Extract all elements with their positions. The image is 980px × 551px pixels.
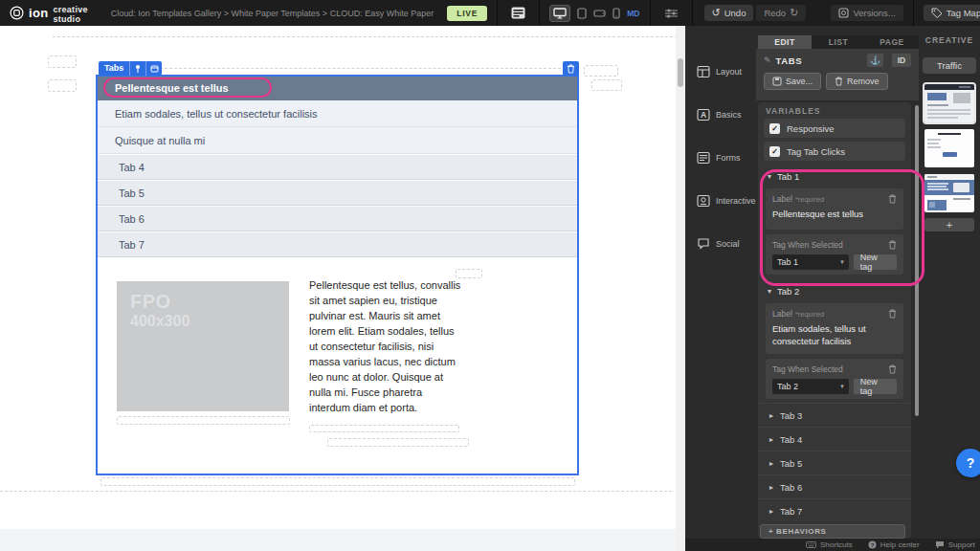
tab-selected[interactable]: Pellentesque est tellus — [98, 77, 577, 100]
ion-logo-icon — [10, 6, 24, 20]
new-tag-button[interactable]: New tag — [854, 379, 897, 394]
settings-sliders-button[interactable] — [660, 8, 682, 19]
tab1-tag-select[interactable]: Tab 1 ▾ — [772, 254, 849, 270]
rename-pencil-icon[interactable]: ✎ — [764, 55, 771, 65]
sidebar-category-basics[interactable]: A Basics — [697, 108, 742, 121]
svg-text:A: A — [701, 110, 706, 120]
tab-row[interactable]: Tab 7 — [98, 231, 577, 257]
delete-field-button[interactable] — [888, 364, 897, 374]
tab-row[interactable]: Quisque at nulla mi — [98, 127, 577, 154]
tab4-section-header[interactable]: ▸ Tab 4 — [758, 427, 911, 451]
caret-down-icon: ▾ — [840, 258, 844, 266]
delete-field-button[interactable] — [888, 194, 897, 204]
canvas-scrollbar-thumb[interactable] — [678, 58, 683, 87]
caret-down-icon: ▾ — [768, 172, 771, 181]
id-button[interactable]: ID — [892, 54, 911, 67]
device-desktop-button[interactable] — [549, 5, 570, 22]
panel-tab-edit[interactable]: EDIT — [758, 35, 812, 49]
dashed-placeholder — [584, 65, 618, 77]
caret-right-icon: ▸ — [769, 483, 773, 492]
versions-button[interactable]: Versions... — [831, 5, 902, 21]
panel-tab-page[interactable]: PAGE — [865, 35, 919, 49]
caret-right-icon: ▸ — [769, 435, 773, 444]
tab-content-panel: FPO 400x300 Pellentesque est tellus, con… — [98, 257, 577, 474]
help-center-link[interactable]: ? Help center — [868, 540, 920, 549]
sidebar-category-interactive[interactable]: Interactive — [697, 194, 756, 208]
dashed-placeholder — [48, 55, 77, 68]
variables-panel: VARIABLES ✓ Responsive ✓ Tag Tab Clicks … — [758, 102, 911, 539]
right-sidebar: Layout A Basics Forms Interactive Social… — [685, 26, 980, 551]
device-tablet-button[interactable] — [577, 8, 587, 19]
responsive-checkbox[interactable]: ✓ Responsive — [764, 119, 905, 138]
tab1-section-header[interactable]: ▾ Tab 1 — [768, 171, 799, 182]
tab3-section-header[interactable]: ▸ Tab 3 — [758, 403, 911, 427]
sidebar-category-layout[interactable]: Layout — [697, 65, 742, 78]
app-logo[interactable]: ion creative studio — [0, 3, 96, 24]
tab-row[interactable]: Tab 6 — [98, 206, 577, 231]
breadcrumb: Cloud: Ion Templates Gallery > White Pap… — [111, 9, 434, 18]
delete-field-button[interactable] — [888, 240, 897, 250]
shortcuts-link[interactable]: Shortcuts — [806, 540, 853, 549]
sidebar-category-forms[interactable]: Forms — [697, 151, 741, 165]
rows-layout-button[interactable] — [507, 7, 529, 19]
live-badge: LIVE — [447, 6, 487, 21]
caret-down-icon: ▾ — [768, 287, 771, 296]
remove-button[interactable]: Remove — [826, 73, 888, 90]
panel-tab-list[interactable]: LIST — [812, 35, 865, 49]
add-page-button[interactable]: + — [924, 218, 974, 231]
keyboard-icon — [806, 541, 816, 548]
page-thumbnail-2[interactable] — [924, 129, 974, 167]
fpo-image-placeholder[interactable]: FPO 400x300 — [117, 281, 289, 411]
tab1-label-field: Label *required Pellentesque est tellus — [766, 188, 903, 230]
tab-row[interactable]: Tab 5 — [98, 180, 577, 206]
tab2-tag-select[interactable]: Tab 2 ▾ — [772, 379, 849, 394]
dashed-placeholder — [327, 438, 469, 447]
save-button[interactable]: Save... — [764, 73, 821, 90]
tab2-section-header[interactable]: ▾ Tab 2 — [768, 286, 799, 297]
social-icon — [697, 237, 710, 251]
device-phone-portrait-button[interactable] — [612, 8, 620, 19]
tab-paragraph[interactable]: Pellentesque est tellus, convallis sit a… — [309, 278, 462, 415]
device-phone-landscape-button[interactable] — [593, 10, 606, 17]
tab5-section-header[interactable]: ▸ Tab 5 — [758, 451, 911, 474]
pin-widget-button[interactable] — [129, 61, 145, 76]
help-button[interactable]: ? — [956, 449, 980, 477]
tab2-label-input[interactable]: Etiam sodales, tellus ut consectetur fac… — [772, 323, 897, 348]
tab1-label-input[interactable]: Pellentesque est tellus — [772, 209, 897, 221]
save-floppy-icon — [772, 77, 782, 86]
support-link[interactable]: Support — [935, 540, 975, 549]
behaviors-expander[interactable]: + BEHAVIORS — [760, 524, 905, 539]
logo-text: ion — [29, 6, 48, 20]
traffic-tab[interactable]: Traffic — [923, 57, 976, 74]
monitor-icon — [553, 8, 567, 19]
breakpoint-md-label[interactable]: MD — [627, 9, 639, 18]
tab7-section-header[interactable]: ▸ Tab 7 — [758, 498, 911, 522]
tag-map-button[interactable]: Tag Map — [924, 5, 980, 21]
sidebar-category-social[interactable]: Social — [697, 237, 740, 251]
tab2-label-field: Label *required Etiam sodales, tellus ut… — [766, 303, 903, 354]
delete-widget-button[interactable] — [563, 61, 579, 76]
canvas-scrollbar[interactable] — [676, 26, 685, 551]
delete-field-button[interactable] — [888, 309, 897, 319]
caret-right-icon: ▸ — [769, 507, 773, 516]
tab6-section-header[interactable]: ▸ Tab 6 — [758, 474, 911, 498]
pin-icon — [134, 64, 142, 74]
tab-row[interactable]: Tab 4 — [98, 154, 577, 180]
dashed-placeholder — [456, 269, 482, 278]
page-thumbnail-1[interactable] — [924, 84, 974, 122]
edit-panel: EDIT LIST PAGE ✎ TABS ⚓ ID Save... — [756, 26, 919, 551]
dock-widget-button[interactable] — [145, 61, 162, 76]
tab-row[interactable]: Etiam sodales, tellus ut consectetur fac… — [98, 100, 577, 127]
tabs-widget[interactable]: Pellentesque est tellus Etiam sodales, t… — [96, 75, 579, 475]
redo-icon: ↻ — [790, 8, 798, 18]
undo-button[interactable]: ↺ Undo — [704, 5, 754, 21]
redo-button[interactable]: Redo ↻ — [756, 5, 806, 21]
page-footer-band — [0, 529, 685, 551]
page-thumbnail-3[interactable] — [924, 174, 974, 212]
versions-icon — [838, 8, 849, 18]
widget-type-badge[interactable]: Tabs — [99, 61, 129, 76]
tag-tab-clicks-checkbox[interactable]: ✓ Tag Tab Clicks — [764, 142, 905, 161]
checkbox-checked-icon: ✓ — [769, 146, 780, 157]
anchor-button[interactable]: ⚓ — [867, 54, 883, 67]
new-tag-button[interactable]: New tag — [854, 254, 897, 270]
